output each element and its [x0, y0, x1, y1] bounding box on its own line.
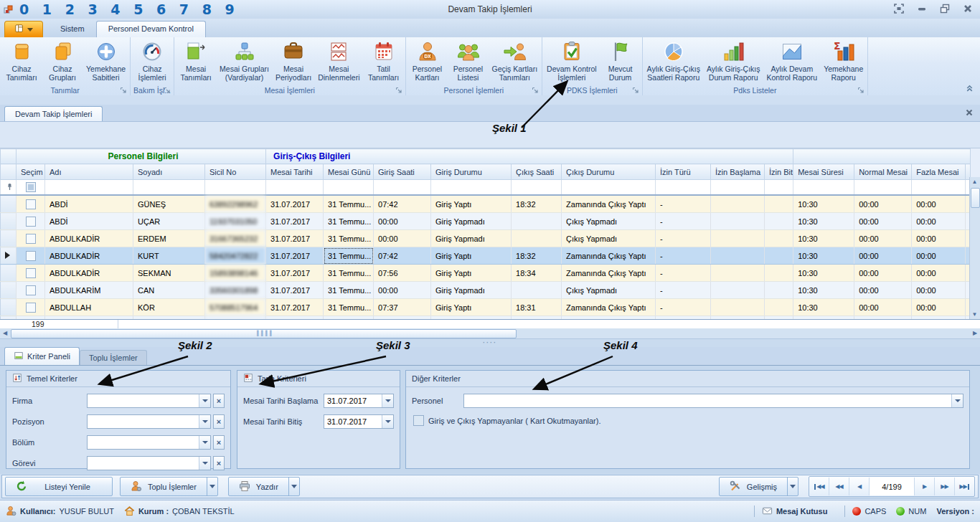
pager-next-button[interactable]: ▶	[915, 478, 935, 495]
cell-adi[interactable]: ABDİ	[45, 213, 133, 230]
select-all-checkbox[interactable]	[26, 182, 36, 192]
filter-cell-giris-durumu[interactable]	[431, 180, 512, 196]
cell-giris-saati[interactable]: 07:56	[374, 265, 431, 282]
pozisyon-dropdown-icon[interactable]	[199, 415, 210, 428]
cell-i-zin-baslama[interactable]	[711, 230, 765, 247]
dialog-launcher-icon[interactable]	[164, 87, 171, 94]
ribbon-button-yemekhane-raporu[interactable]: ΣYemekhane Raporu	[821, 39, 866, 82]
cell-mesai-gunu[interactable]: 31 Temmu...	[324, 195, 374, 213]
horizontal-scrollbar[interactable]: ◀ ▐▐▐▐ ▶	[0, 328, 980, 338]
cell-i-zin-bitis[interactable]	[765, 299, 793, 316]
cell-sicil-no[interactable]: 15893898146	[205, 265, 266, 282]
cell-i-zin-turu[interactable]: -	[656, 195, 711, 213]
cell-i-zin-baslama[interactable]	[711, 195, 765, 213]
filter-cell-fazla-mesai[interactable]	[912, 180, 966, 196]
cell-mesai-tarihi[interactable]: 31.07.2017	[266, 195, 324, 213]
pager-fast-next-button[interactable]: ▶▶	[935, 478, 955, 495]
filter-cell-sicil-no[interactable]	[205, 180, 266, 196]
filter-cell-giris-saati[interactable]	[374, 180, 431, 196]
cell-i-zin-bitis[interactable]	[765, 213, 793, 230]
print-button[interactable]: Yazdır	[228, 477, 300, 496]
cell-normal-mesai[interactable]: 00:00	[854, 299, 912, 316]
bolum-combo-value[interactable]	[88, 436, 199, 449]
ribbon-tab-sistem[interactable]: Sistem	[49, 22, 96, 37]
cell-i-zin-turu[interactable]: -	[656, 282, 711, 299]
cell-giris-durumu[interactable]: Giriş Yaptı	[431, 195, 512, 213]
cell-giris-durumu[interactable]: Giriş Yapmadı	[431, 282, 512, 299]
column-header-soyadi[interactable]: Soyadı	[133, 164, 205, 180]
cell-giris-saati[interactable]: 00:00	[374, 230, 431, 247]
cell-normal-mesai[interactable]: 00:00	[854, 247, 912, 265]
cell-mesai-tarihi[interactable]: 31.07.2017	[266, 282, 324, 299]
grid-band-empty[interactable]	[793, 149, 971, 164]
cell-fazla-mesai[interactable]: 00:00	[912, 213, 966, 230]
dialog-launcher-icon[interactable]	[632, 87, 639, 94]
ribbon-button-devam-kontrol-i-slemleri[interactable]: Devam Kontrol İşlemleri	[544, 39, 599, 82]
column-header-giris-saati[interactable]: Giriş Saati	[374, 164, 431, 180]
advanced-button[interactable]: Gelişmiş	[719, 477, 798, 496]
table-row[interactable]: ABDULKADİRSEKMAN1589389814631.07.201731 …	[1, 265, 971, 282]
filter-cell-mesai-tarihi[interactable]	[266, 180, 324, 196]
grid-band-personel-bilgileri[interactable]: Personel Bilgileri	[17, 149, 266, 164]
column-header-adi[interactable]: Adı	[45, 164, 133, 180]
column-header-fazla-mesai[interactable]: Fazla Mesai	[912, 164, 966, 180]
cell-mesai-gunu[interactable]: 31 Temmu...	[324, 230, 374, 247]
cell-cikis-saati[interactable]: 18:32	[512, 247, 562, 265]
cell-cikis-durumu[interactable]: Zamanında Çıkış Yaptı	[562, 247, 656, 265]
ribbon-button-tatil-tanimlari[interactable]: Tatil Tanımları	[364, 39, 404, 82]
bulk-operations-dropdown-icon[interactable]	[207, 478, 217, 495]
cell-giris-durumu[interactable]: Giriş Yapmadı	[431, 213, 512, 230]
gorevi-combo-value[interactable]	[88, 457, 199, 470]
filter-cell-mesai-suresi[interactable]	[793, 180, 854, 196]
cell-normal-mesai[interactable]: 00:00	[854, 265, 912, 282]
ribbon-button-cihaz-gruplari[interactable]: Cihaz Grupları	[42, 39, 83, 82]
ribbon-button-cihaz-tanimlari[interactable]: Cihaz Tanımları	[1, 39, 42, 82]
cell-mesai-gunu[interactable]: 31 Temmu...	[324, 265, 374, 282]
cell-giris-saati[interactable]: 07:42	[374, 195, 431, 213]
column-header-secim[interactable]: Seçim	[17, 164, 45, 180]
mesai-tarihi-bitis-dropdown-icon[interactable]	[382, 415, 393, 428]
cell-mesai-tarihi[interactable]: 31.07.2017	[266, 265, 324, 282]
cell-adi[interactable]: ABDULKADİR	[45, 265, 133, 282]
minimize-icon[interactable]	[915, 3, 928, 14]
giris-cikis-yapmayanlar-checkbox[interactable]	[413, 415, 424, 426]
ribbon-button-personel-kartlari[interactable]: DXPersonel Kartları	[407, 39, 448, 82]
ribbon-button-cihaz-i-slemleri[interactable]: Cihaz İşlemleri	[132, 39, 172, 82]
dialog-launcher-icon[interactable]	[120, 87, 127, 94]
cell-sicil-no[interactable]: 58420472822	[205, 247, 266, 265]
table-row[interactable]: ABDİGÜNEŞ6389229896231.07.201731 Temmu..…	[1, 195, 971, 213]
fullscreen-icon[interactable]	[892, 3, 905, 14]
filter-cell-cikis-durumu[interactable]	[562, 180, 656, 196]
cell-fazla-mesai[interactable]: 00:00	[912, 230, 966, 247]
cell-mesai-suresi[interactable]: 10:30	[793, 282, 854, 299]
cell-cikis-durumu[interactable]: Çıkış Yapmadı	[562, 230, 656, 247]
cell-i-zin-baslama[interactable]	[711, 282, 765, 299]
cell-mesai-tarihi[interactable]: 31.07.2017	[266, 299, 324, 316]
pager-fast-prev-button[interactable]: ◀◀	[829, 478, 849, 495]
dialog-launcher-icon[interactable]	[395, 87, 402, 94]
cell-adi[interactable]: ABDİ	[45, 195, 133, 213]
dialog-launcher-icon[interactable]	[532, 87, 539, 94]
cell-cikis-saati[interactable]	[512, 213, 562, 230]
personel-combo-value[interactable]	[464, 394, 951, 407]
firma-combo[interactable]	[87, 394, 211, 408]
bulk-operations-button[interactable]: Toplu İşlemler	[120, 477, 218, 496]
column-header-giris-durumu[interactable]: Giriş Durumu	[431, 164, 512, 180]
ribbon-tab-personel-devam-kontrol[interactable]: Personel Devam Kontrol	[96, 21, 206, 37]
ribbon-button-mesai-tanimlari[interactable]: Mesai Tanımları	[176, 39, 216, 82]
cell-fazla-mesai[interactable]: 00:00	[912, 265, 966, 282]
cell-i-zin-bitis[interactable]	[765, 282, 793, 299]
grid-band-giris-cikis-bilgileri[interactable]: Giriş-Çıkış Bilgileri	[266, 149, 793, 164]
cell-i-zin-baslama[interactable]	[711, 247, 765, 265]
cell-soyadi[interactable]: ERDEM	[133, 230, 205, 247]
cell-mesai-tarihi[interactable]: 31.07.2017	[266, 213, 324, 230]
table-row[interactable]: ABDULLAHKÖR5708851796431.07.201731 Temmu…	[1, 299, 971, 316]
filter-cell-adi[interactable]	[45, 180, 133, 196]
cell-cikis-durumu[interactable]: Çıkış Yapmadı	[562, 282, 656, 299]
filter-cell-i-zin-bitis[interactable]	[765, 180, 793, 196]
cell-giris-durumu[interactable]: Giriş Yapmadı	[431, 230, 512, 247]
column-header-mesai-tarihi[interactable]: Mesai Tarihi	[266, 164, 324, 180]
cell-i-zin-turu[interactable]: -	[656, 213, 711, 230]
mesai-tarihi-baslama-value[interactable]: 31.07.2017	[324, 394, 382, 407]
close-icon[interactable]	[961, 3, 974, 14]
